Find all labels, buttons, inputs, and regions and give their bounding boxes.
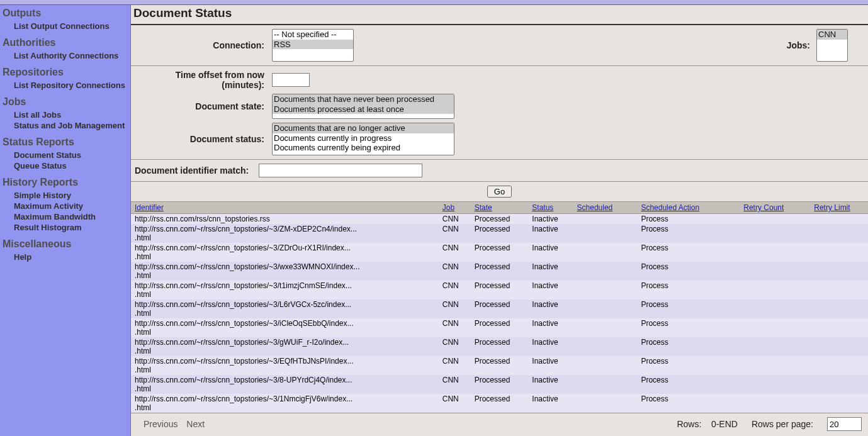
col-header-retry-count[interactable]: Retry Count: [743, 203, 784, 212]
go-button[interactable]: Go: [487, 186, 512, 198]
table-cell: [810, 243, 868, 262]
table-cell: [810, 262, 868, 281]
table-cell: CNN: [439, 394, 471, 413]
sidebar-heading-repositories: Repositories: [3, 67, 130, 78]
table-row: http://rss.cnn.com/~r/rss/cnn_topstories…: [131, 375, 868, 394]
previous-link[interactable]: Previous: [144, 419, 178, 429]
table-cell: CNN: [439, 356, 471, 375]
table-row: http://rss.cnn.com/~r/rss/cnn_topstories…: [131, 356, 868, 375]
sidebar-item-help[interactable]: Help: [14, 252, 130, 262]
table-cell: Process: [637, 214, 740, 225]
table-cell: [573, 262, 638, 281]
table-cell: Process: [637, 262, 740, 281]
table-cell: Inactive: [528, 318, 573, 337]
table-cell: Processed: [471, 337, 529, 356]
sidebar: Outputs List Output Connections Authorit…: [0, 5, 131, 436]
table-cell: [810, 318, 868, 337]
table-cell: Process: [637, 318, 740, 337]
table-cell: [573, 224, 638, 243]
table-cell: http://rss.cnn.com/~r/rss/cnn_topstories…: [131, 281, 439, 299]
table-cell: Process: [637, 299, 740, 318]
table-cell: CNN: [439, 299, 471, 318]
table-row: http://rss.cnn.com/~r/rss/cnn_topstories…: [131, 224, 868, 243]
table-cell: http://rss.cnn.com/~r/rss/cnn_topstories…: [131, 394, 439, 413]
rows-per-page-label: Rows per page:: [752, 419, 813, 429]
sidebar-item-list-repository-connections[interactable]: List Repository Connections: [14, 81, 130, 90]
sidebar-item-list-output-connections[interactable]: List Output Connections: [14, 21, 130, 31]
col-header-scheduled[interactable]: Scheduled: [577, 203, 613, 212]
table-cell: CNN: [439, 224, 471, 243]
sidebar-item-result-histogram[interactable]: Result Histogram: [14, 223, 130, 232]
table-cell: [740, 356, 810, 375]
filter-row-connection: Connection: -- Not specified --RSS Jobs:…: [131, 25, 868, 66]
document-status-select[interactable]: Documents that are no longer activeDocum…: [272, 123, 454, 155]
col-header-state[interactable]: State: [475, 203, 492, 212]
time-offset-input[interactable]: [272, 73, 310, 87]
table-cell: CNN: [439, 214, 471, 225]
main-content: Document Status Connection: -- Not speci…: [131, 5, 868, 436]
rows-value: 0-END: [711, 419, 738, 429]
go-row: Go: [131, 182, 868, 202]
col-header-job[interactable]: Job: [442, 203, 454, 212]
sidebar-item-list-authority-connections[interactable]: List Authority Connections: [14, 51, 130, 60]
sidebar-heading-history-reports: History Reports: [3, 177, 130, 188]
sidebar-item-simple-history[interactable]: Simple History: [14, 191, 130, 200]
table-cell: CNN: [439, 318, 471, 337]
table-cell: Inactive: [528, 224, 573, 243]
table-cell: [740, 394, 810, 413]
table-cell: Inactive: [528, 394, 573, 413]
table-cell: [810, 375, 868, 394]
table-cell: CNN: [439, 262, 471, 281]
sidebar-item-queue-status[interactable]: Queue Status: [14, 161, 130, 170]
table-row: http://rss.cnn.com/~r/rss/cnn_topstories…: [131, 281, 868, 299]
connection-select[interactable]: -- Not specified --RSS: [272, 29, 354, 62]
table-cell: [810, 356, 868, 375]
table-cell: Process: [637, 243, 740, 262]
col-header-scheduled-action[interactable]: Scheduled Action: [641, 203, 699, 212]
rows-per-page-input[interactable]: [827, 417, 862, 431]
document-state-label: Document state:: [133, 101, 272, 111]
table-cell: http://rss.cnn.com/rss/cnn_topstories.rs…: [131, 214, 439, 225]
table-cell: CNN: [439, 281, 471, 299]
document-state-select[interactable]: Documents that have never been processed…: [272, 94, 454, 119]
table-cell: Process: [637, 224, 740, 243]
table-cell: [573, 214, 638, 225]
table-cell: Process: [637, 394, 740, 413]
table-cell: Processed: [471, 281, 529, 299]
table-row: http://rss.cnn.com/~r/rss/cnn_topstories…: [131, 337, 868, 356]
results-footer: Previous Next Rows: 0-END Rows per page:: [131, 413, 868, 435]
table-cell: [740, 375, 810, 394]
table-cell: [740, 262, 810, 281]
table-cell: Processed: [471, 214, 529, 225]
jobs-label: Jobs:: [787, 40, 810, 50]
jobs-select[interactable]: CNN: [816, 29, 848, 62]
table-cell: [740, 214, 810, 225]
filter-section: Connection: -- Not specified --RSS Jobs:…: [131, 25, 868, 202]
col-header-identifier[interactable]: Identifier: [135, 203, 164, 212]
document-status-label: Document status:: [133, 134, 272, 144]
table-cell: Process: [637, 281, 740, 299]
next-link[interactable]: Next: [186, 419, 205, 429]
page-title: Document Status: [131, 5, 868, 25]
col-header-retry-limit[interactable]: Retry Limit: [814, 203, 850, 212]
table-cell: CNN: [439, 243, 471, 262]
sidebar-item-status-and-job-management[interactable]: Status and Job Management: [14, 121, 130, 130]
sidebar-item-document-status[interactable]: Document Status: [14, 150, 130, 160]
table-cell: [740, 243, 810, 262]
time-offset-label: Time offset from now (minutes):: [133, 70, 272, 90]
table-cell: Process: [637, 375, 740, 394]
table-row: http://rss.cnn.com/~r/rss/cnn_topstories…: [131, 394, 868, 413]
table-row: http://rss.cnn.com/~r/rss/cnn_topstories…: [131, 243, 868, 262]
sidebar-item-maximum-bandwidth[interactable]: Maximum Bandwidth: [14, 212, 130, 221]
sidebar-item-list-all-jobs[interactable]: List all Jobs: [14, 110, 130, 120]
table-row: http://rss.cnn.com/~r/rss/cnn_topstories…: [131, 299, 868, 318]
sidebar-item-maximum-activity[interactable]: Maximum Activity: [14, 201, 130, 211]
col-header-status[interactable]: Status: [532, 203, 553, 212]
table-cell: [740, 318, 810, 337]
table-cell: Processed: [471, 394, 529, 413]
identifier-match-input[interactable]: [259, 164, 422, 177]
table-cell: Inactive: [528, 299, 573, 318]
table-cell: [740, 281, 810, 299]
table-cell: http://rss.cnn.com/~r/rss/cnn_topstories…: [131, 299, 439, 318]
table-row: http://rss.cnn.com/rss/cnn_topstories.rs…: [131, 214, 868, 225]
